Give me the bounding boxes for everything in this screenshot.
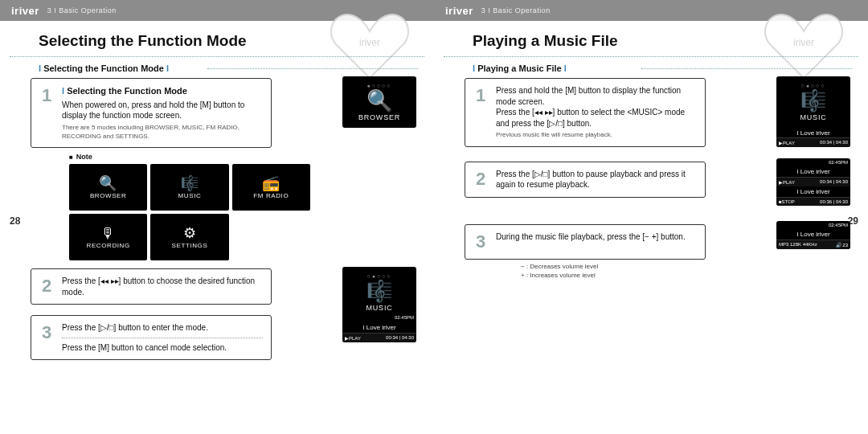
page-left: iriver 3 I Basic Operation iriver 28 Sel… [0, 0, 434, 434]
note-heading: Note [69, 153, 434, 161]
device-screenshot-browser: ●○○○○🔍BROWSER [342, 76, 416, 128]
step-text-a: Press the [▷/□] button to enter the mode… [62, 322, 263, 334]
step-text: During the music file playback, press th… [496, 231, 697, 252]
step-text: Press the [▷/□] button to pause playback… [496, 169, 697, 190]
device-screenshot-play-pause: 02:45PM I Love iriver ▶PLAY00:34 | 04:30… [776, 158, 850, 206]
divider [10, 56, 424, 57]
divider [444, 56, 858, 57]
music-icon: 🎼 [181, 176, 199, 190]
device-screenshot-nowplaying: 02:45PM I Love iriver ▶PLAY00:34 | 04:30 [342, 313, 416, 342]
page-title: Selecting the Function Mode [39, 32, 434, 50]
step-number: 1 [39, 85, 54, 141]
step-3: ▶/■ M 3 Press the [▷/□] button to enter … [0, 315, 434, 360]
step-text: When powered on, press and hold the [M] … [62, 100, 263, 121]
step-smallnote: There are 5 modes including BROWSER, MUS… [62, 124, 263, 141]
step-text-b: Press the [◂◂ ▸▸] button to select the <… [496, 107, 697, 129]
page-number-left: 28 [10, 215, 20, 227]
volume-hint-dec: − : Decreases volume level [521, 263, 868, 270]
header-bar-left: iriver 3 I Basic Operation [0, 0, 434, 21]
step-3: − + 3 During the music file playback, pr… [434, 224, 868, 279]
mode-fmradio: 📻FM RADIO [232, 164, 310, 211]
brand-logo: iriver [11, 5, 39, 17]
step-text-a: Press and hold the [M] button to display… [496, 85, 697, 107]
section-heading: I Selecting the Function Mode I [39, 63, 434, 73]
step-2: ◂◂ ▸▸ 2 Press the [◂◂ ▸▸] button to choo… [0, 268, 434, 310]
step-text: Press the [◂◂ ▸▸] button to choose the d… [62, 276, 263, 297]
mode-browser: 🔍BROWSER [69, 164, 147, 211]
mic-icon: 🎙 [100, 226, 116, 240]
modes-grid: 🔍BROWSER 🎼MUSIC 📻FM RADIO 🎙RECORDING ⚙SE… [69, 164, 310, 260]
device-screenshot-music: ○●○○○🎼MUSIC [342, 267, 416, 318]
header-bar-right: iriver 3 I Basic Operation [434, 0, 868, 21]
step-1: M 1 I Selecting the Function Mode When p… [0, 78, 434, 148]
device-screenshot-volume: 02:45PM I Love iriver MP3 128K 44KHz🔊 23 [776, 221, 850, 249]
step-number: 3 [473, 231, 488, 252]
step-number: 2 [473, 169, 488, 190]
step-2: ▶/■ 2 Press the [▷/□] button to pause pl… [434, 162, 868, 203]
volume-hint-inc: + : Increases volume level [521, 272, 868, 279]
brand-logo: iriver [445, 5, 473, 17]
step-text-b: Press the [M] button to cancel mode sele… [62, 342, 263, 354]
page-right: iriver 3 I Basic Operation iriver 29 Pla… [434, 0, 868, 434]
step-1: M ◂◂ ▸▸ ▶/■ 1 Press and hold the [M] but… [434, 78, 868, 147]
device-screenshot-music-mode: ○●○○○🎼MUSIC I Love iriver ▶PLAY00:34 | 0… [776, 76, 850, 147]
radio-icon: 📻 [262, 176, 280, 190]
section-heading: I Playing a Music File I [473, 63, 868, 73]
step-subtitle: I Selecting the Function Mode [62, 85, 263, 97]
chapter-label: 3 I Basic Operation [47, 6, 117, 14]
mode-music: 🎼MUSIC [150, 164, 228, 211]
gear-icon: ⚙ [183, 226, 197, 240]
manual-spread: iriver 3 I Basic Operation iriver 28 Sel… [0, 0, 868, 434]
mode-settings: ⚙SETTINGS [150, 214, 228, 260]
step-number: 2 [39, 276, 54, 297]
mode-recording: 🎙RECORDING [69, 214, 147, 260]
chapter-label: 3 I Basic Operation [481, 6, 551, 14]
step-number: 3 [39, 322, 54, 353]
page-title: Playing a Music File [473, 32, 868, 50]
browser-icon: 🔍 [99, 176, 117, 190]
step-number: 1 [473, 85, 488, 140]
step-smallnote: Previous music file will resume playback… [496, 131, 697, 140]
